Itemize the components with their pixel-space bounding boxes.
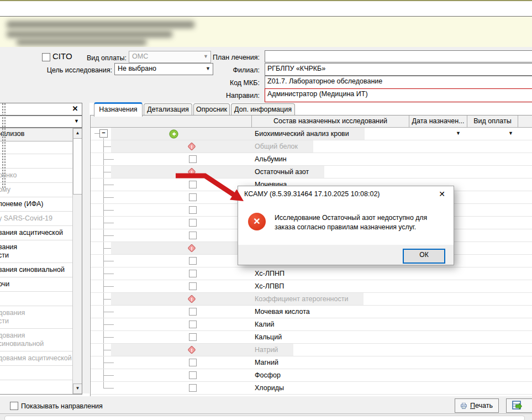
study-row[interactable]: Общий белок! <box>91 140 532 153</box>
treatment-plan-input[interactable] <box>265 50 532 62</box>
blocked-diamond-icon: ! <box>187 345 197 355</box>
payment-type-label: Вид оплаты: <box>72 54 127 62</box>
study-row[interactable]: Хс-ЛПВП <box>91 280 532 293</box>
study-checkbox[interactable] <box>189 359 197 366</box>
sidebar-list-items: ренкоомупонеме (ИФА)у SARS-Covid-19вания… <box>0 140 73 394</box>
show-referrals-checkbox[interactable] <box>10 402 18 410</box>
study-row[interactable]: Остаточный азот! <box>91 166 532 179</box>
ok-button[interactable]: ОК <box>403 249 445 264</box>
sidebar-list-item[interactable] <box>0 380 73 394</box>
blocked-diamond-icon: ! <box>187 243 197 253</box>
study-row[interactable]: Хлориды <box>91 382 532 395</box>
sidebar-list-item[interactable] <box>0 366 73 380</box>
study-row[interactable]: Магний <box>91 356 532 369</box>
sidebar-list-item[interactable] <box>0 292 73 306</box>
tree-branch-line <box>103 388 114 389</box>
study-name: Альбумин <box>255 155 287 163</box>
study-name: Фосфор <box>255 371 281 379</box>
sidebar-list-item[interactable] <box>0 140 73 154</box>
study-row[interactable]: −Биохимический анализ крови▼▼ <box>91 128 532 140</box>
sidebar-list-item[interactable]: очи <box>0 277 73 292</box>
study-checkbox[interactable] <box>189 232 197 239</box>
sidebar-list-item[interactable]: понеме (ИФА) <box>0 197 73 212</box>
redacted-patient-info <box>17 39 146 45</box>
date-dropdown-icon[interactable]: ▼ <box>456 130 461 136</box>
study-row[interactable]: Хс-ЛПНП <box>91 267 532 280</box>
sidebar-list-item[interactable]: дования синовиальной <box>0 329 73 351</box>
column-header-composition[interactable]: Состав назначенных исследований <box>252 116 409 127</box>
clear-search-icon[interactable]: ✕ <box>70 104 81 113</box>
referrer-input[interactable]: Администратор (Медицина ИТ) <box>265 88 532 102</box>
study-checkbox[interactable] <box>189 371 197 379</box>
order-form-panel: CITO Вид оплаты: ОМС ▼ План лечения: Цел… <box>0 47 532 103</box>
status-bar <box>0 413 532 420</box>
tree-branch-line <box>103 337 114 338</box>
study-checkbox[interactable] <box>189 206 197 214</box>
study-goal-combobox[interactable]: Не выбрано ▼ <box>114 63 213 75</box>
study-checkbox[interactable] <box>189 308 197 316</box>
analysis-group-combobox[interactable]: ▼ <box>0 116 82 128</box>
study-checkbox[interactable] <box>189 193 197 201</box>
sidebar-list-item[interactable]: дования сти <box>0 306 73 329</box>
study-row[interactable]: Калий <box>91 318 532 331</box>
row-highlight-band: Остаточный азот <box>111 166 324 178</box>
payment-dropdown-icon[interactable]: ▼ <box>508 130 513 136</box>
sidebar-list-item[interactable]: ренко <box>0 169 73 183</box>
treatment-plan-label: План лечения: <box>207 54 260 61</box>
tab-dop-informaciya[interactable]: Доп. информация <box>231 103 295 116</box>
panel-splitter[interactable] <box>82 103 89 393</box>
study-row[interactable]: Коэффициент атерогенности! <box>91 293 532 306</box>
save-export-icon <box>512 401 523 411</box>
analysis-search-input[interactable]: ✕ <box>0 103 82 116</box>
tab-detalizaciya[interactable]: Детализация <box>144 103 192 116</box>
sidebar-list-item[interactable]: вания сти <box>0 240 73 263</box>
sidebar-list-item[interactable]: дованмя асцитической <box>0 351 73 366</box>
study-name: Хс-ЛПВП <box>255 282 284 290</box>
tab-naznacheniya[interactable]: Назначения <box>94 102 143 117</box>
tree-branch-line <box>103 159 114 160</box>
study-row[interactable]: Натрий! <box>91 344 532 356</box>
sidebar-list-item[interactable]: вания синовиальной <box>0 263 73 277</box>
save-export-button[interactable] <box>506 398 532 413</box>
study-checkbox[interactable] <box>189 155 197 163</box>
tab-oprosnik[interactable]: Опросник <box>193 103 230 116</box>
study-checkbox[interactable] <box>189 181 197 188</box>
sidebar-list-item[interactable]: вания асцитической <box>0 226 73 240</box>
study-checkbox[interactable] <box>189 384 197 392</box>
tree-branch-line <box>103 286 114 287</box>
study-row[interactable]: Альбумин <box>91 153 532 166</box>
sidebar-list-item[interactable] <box>0 154 73 169</box>
study-row[interactable]: Мочевая кислота <box>91 306 532 318</box>
study-name: Остаточный азот <box>111 166 324 178</box>
column-header-date[interactable]: Дата назначен... <box>409 116 467 127</box>
sidebar-list-item[interactable]: у SARS-Covid-19 <box>0 212 73 226</box>
study-checkbox[interactable] <box>189 270 197 277</box>
scroll-down-icon[interactable]: ▼ <box>73 384 82 394</box>
icd-code-input[interactable]: Z01.7. Лабораторное обследование <box>265 76 532 89</box>
study-checkbox[interactable] <box>189 257 197 265</box>
study-row[interactable]: Фосфор <box>91 369 532 382</box>
cito-checkbox[interactable] <box>42 53 50 61</box>
redacted-patient-info <box>7 31 172 38</box>
scrollbar-thumb[interactable] <box>73 138 82 195</box>
study-checkbox[interactable] <box>189 321 197 328</box>
group-back-arrow-icon[interactable] <box>169 129 178 139</box>
branch-input[interactable]: РГБЛПУ «КЧРКБ» <box>265 63 532 76</box>
column-header-tree[interactable] <box>91 116 252 127</box>
scroll-up-icon[interactable]: ▲ <box>73 128 82 139</box>
study-row[interactable]: Кальций <box>91 331 532 344</box>
collapse-expander[interactable]: − <box>99 129 108 138</box>
study-checkbox[interactable] <box>189 219 197 227</box>
dialog-close-icon[interactable]: ✕ <box>435 188 449 200</box>
blocked-diamond-icon: ! <box>187 167 197 177</box>
sidebar-list-item[interactable]: ому <box>0 183 73 197</box>
splitter-grip[interactable] <box>2 103 6 188</box>
chevron-down-icon: ▼ <box>74 118 79 124</box>
column-header-payment[interactable]: Вид оплаты <box>467 116 518 127</box>
study-checkbox[interactable] <box>189 333 197 341</box>
sidebar-scrollbar[interactable]: ▲ ▼ <box>72 128 82 394</box>
printer-icon <box>461 402 467 410</box>
study-goal-label: Цель исследования: <box>33 66 112 74</box>
study-checkbox[interactable] <box>189 282 197 290</box>
print-button[interactable]: Печать <box>455 398 499 413</box>
